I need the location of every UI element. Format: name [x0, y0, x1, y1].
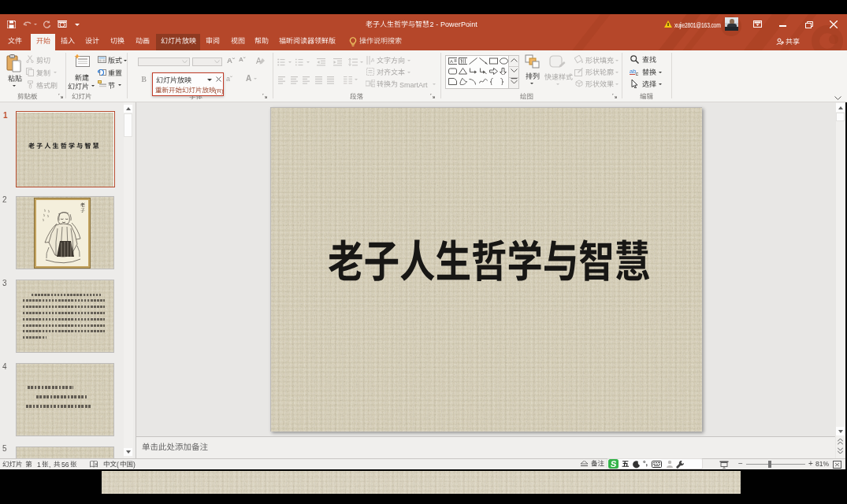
svg-text:c: c: [636, 70, 639, 76]
svg-text:A: A: [371, 57, 375, 64]
svg-text:A: A: [450, 59, 453, 64]
